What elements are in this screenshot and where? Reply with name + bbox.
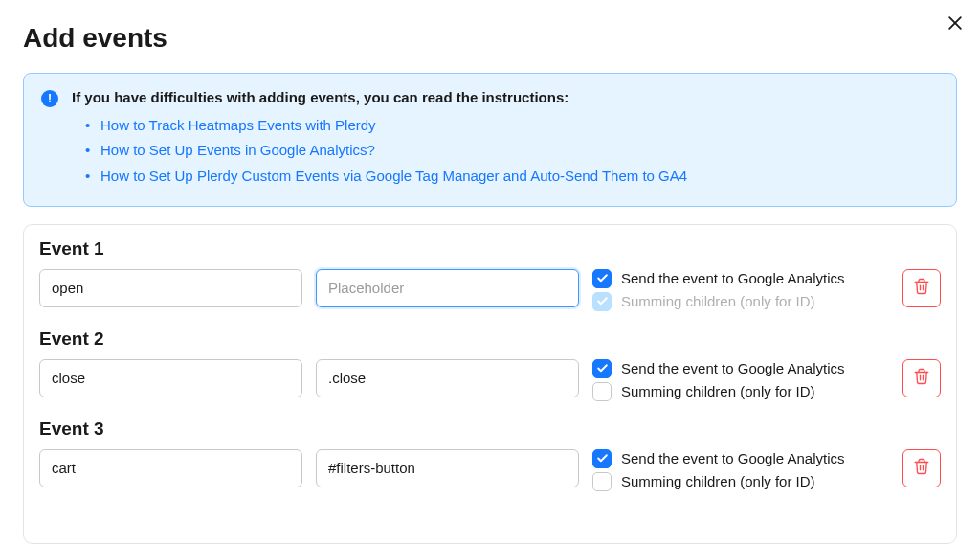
event-title: Event 3 (39, 419, 941, 440)
event-selector-input[interactable] (316, 269, 579, 307)
events-container: Event 1 Send the event to Google Analyti… (23, 224, 957, 544)
trash-icon (913, 458, 930, 479)
event-name-input[interactable] (39, 269, 302, 307)
checkbox-ga[interactable] (592, 449, 612, 468)
check-label-ga: Send the event to Google Analytics (621, 360, 845, 376)
checkbox-ga[interactable] (592, 269, 612, 288)
event-block: Event 2 Send the event to Google Analyti… (39, 329, 941, 401)
event-selector-input[interactable] (316, 449, 579, 487)
event-title: Event 2 (39, 329, 941, 350)
modal-title: Add events (23, 23, 957, 54)
add-events-modal: Add events If you have difficulties with… (0, 0, 980, 544)
event-row: Send the event to Google Analytics Summi… (39, 449, 941, 491)
check-row-ga: Send the event to Google Analytics (592, 449, 889, 468)
close-icon (946, 19, 965, 35)
checkbox-ga[interactable] (592, 359, 612, 378)
event-row: Send the event to Google Analytics Summi… (39, 359, 941, 401)
info-content: If you have difficulties with adding eve… (72, 89, 939, 189)
delete-event-button[interactable] (902, 449, 941, 487)
info-icon (41, 90, 58, 107)
event-checks: Send the event to Google Analytics Summi… (592, 269, 889, 311)
info-heading: If you have difficulties with adding eve… (72, 89, 939, 105)
check-label-ga: Send the event to Google Analytics (621, 450, 845, 466)
delete-event-button[interactable] (902, 359, 941, 397)
info-link[interactable]: How to Track Heatmaps Events with Plerdy (100, 117, 376, 133)
event-title: Event 1 (39, 238, 941, 260)
checkbox-sum (592, 292, 612, 311)
check-label-sum: Summing children (only for ID) (621, 383, 815, 399)
event-block: Event 1 Send the event to Google Analyti… (39, 238, 941, 311)
delete-event-button[interactable] (902, 269, 941, 307)
event-row: Send the event to Google Analytics Summi… (39, 269, 941, 311)
event-block: Event 3 Send the event to Google Analyti… (39, 419, 941, 491)
check-row-sum: Summing children (only for ID) (592, 292, 889, 311)
check-label-ga: Send the event to Google Analytics (621, 270, 845, 286)
check-row-sum: Summing children (only for ID) (592, 382, 889, 401)
check-label-sum: Summing children (only for ID) (621, 473, 815, 489)
event-name-input[interactable] (39, 359, 302, 397)
events-scroll[interactable]: Event 1 Send the event to Google Analyti… (24, 225, 956, 543)
info-banner: If you have difficulties with adding eve… (23, 73, 957, 207)
event-checks: Send the event to Google Analytics Summi… (592, 359, 889, 401)
check-row-sum: Summing children (only for ID) (592, 472, 889, 491)
info-links-list: How to Track Heatmaps Events with Plerdy… (72, 113, 939, 189)
info-link[interactable]: How to Set Up Plerdy Custom Events via G… (100, 168, 687, 184)
close-button[interactable] (946, 13, 965, 33)
event-selector-input[interactable] (316, 359, 579, 397)
event-checks: Send the event to Google Analytics Summi… (592, 449, 889, 491)
check-label-sum: Summing children (only for ID) (621, 293, 815, 309)
trash-icon (913, 278, 930, 299)
trash-icon (913, 368, 930, 389)
checkbox-sum[interactable] (592, 382, 612, 401)
checkbox-sum[interactable] (592, 472, 612, 491)
event-name-input[interactable] (39, 449, 302, 487)
check-row-ga: Send the event to Google Analytics (592, 269, 889, 288)
check-row-ga: Send the event to Google Analytics (592, 359, 889, 378)
info-link[interactable]: How to Set Up Events in Google Analytics… (100, 142, 375, 158)
